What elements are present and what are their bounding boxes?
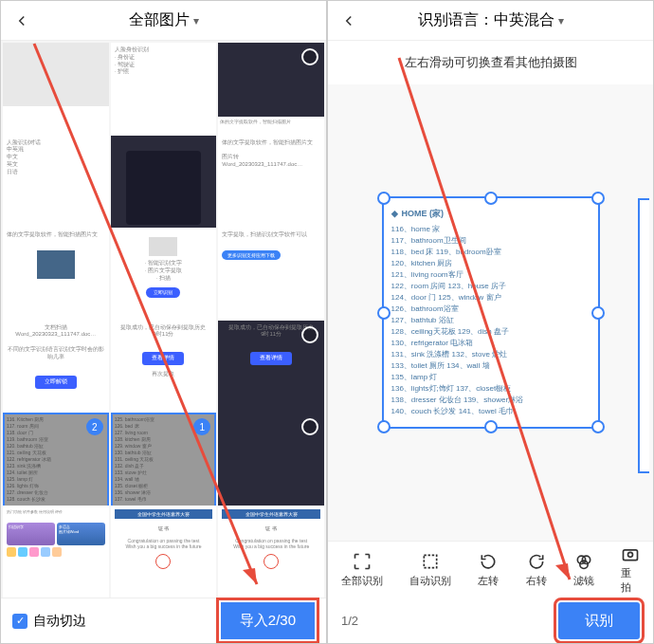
gallery-screen: 全部图片▾ 人脸身份识别· 身份证· 驾驶证· 护照 体的文字提取软件，智能扫描… [0,0,327,644]
svg-rect-2 [425,555,437,567]
thumb[interactable]: 体的文字提取软件，智能扫描图片文 [3,228,109,334]
thumb[interactable] [218,413,324,519]
svg-rect-6 [623,550,637,561]
language-selector[interactable]: 识别语言：中英混合▾ [358,10,623,30]
thumb-selected[interactable]: 1 125. bathroom浴室126. bed 床127. living r… [111,413,217,519]
swipe-hint: 左右滑动可切换查看其他拍摄图 [328,41,653,84]
doc-heading: HOME (家) [391,208,590,221]
thumb[interactable]: 全国中学生外语素养大赛证 书Congratulation on passing … [218,506,324,598]
recognize-screen: 识别语言：中英混合▾ 左右滑动可切换查看其他拍摄图 HOME (家) 116、h… [327,0,654,644]
recognize-header: 识别语言：中英混合▾ [328,1,653,41]
crop-area[interactable]: HOME (家) 116、home 家 117、bathroom卫生间 118、… [328,84,653,541]
thumb[interactable]: 提取成功，已自动保存到提取历史9时11分查看详情再次提取 [111,321,217,427]
crop-handle[interactable] [377,192,391,205]
thumb[interactable]: 热门功能 软件参数 使用说明 评价扫描识字多语言图片转Word [3,506,109,598]
thumb[interactable]: 体的文字提取软件，智能扫描图片文图片转Word_20230323_111747.… [218,136,324,242]
tool-filter[interactable]: 滤镜 [573,552,594,588]
import-button[interactable]: 导入2/30 [221,602,315,639]
thumb[interactable]: 人脸识别对话中英混中文英文日语 [3,136,109,242]
crop-handle[interactable] [591,420,605,433]
crop-handle[interactable] [377,306,391,320]
tool-rotate-right[interactable]: 右转 [526,552,547,588]
document-preview[interactable]: HOME (家) 116、home 家 117、bathroom卫生间 118、… [382,196,600,430]
thumb[interactable]: 文字提取，扫描识别文字软件可以更多识别支持应用下载 [218,228,324,334]
thumb[interactable]: 全国中学生外语素养大赛证 书Congratulation on passing … [111,506,217,598]
back-button[interactable] [12,11,31,30]
gallery-title[interactable]: 全部图片▾ [31,10,296,30]
image-grid: 人脸身份识别· 身份证· 驾驶证· 护照 体的文字提取软件，智能扫描图片 人脸识… [1,41,326,598]
recognize-footer: 1/2 识别 [328,598,653,643]
crop-handle[interactable] [484,192,498,205]
thumb[interactable] [111,136,217,242]
page-indicator: 1/2 [341,614,358,628]
thumb[interactable]: · 智能识别文字· 图片文字提取· 扫描立即识别 [111,228,217,334]
gallery-header: 全部图片▾ [1,1,326,41]
next-doc-peek [638,198,649,473]
tool-rotate-left[interactable]: 左转 [478,552,499,588]
thumb-selected[interactable]: 2 116. Kitchen 厨房117. room 房间118. door 门… [3,413,109,519]
dropdown-icon: ▾ [193,14,199,28]
tool-retake[interactable]: 重拍 [621,544,640,595]
thumb[interactable]: 人脸身份识别· 身份证· 驾驶证· 护照 [111,43,217,149]
recognize-button[interactable]: 识别 [558,602,640,639]
selection-badge: 2 [86,418,103,435]
gallery-footer: ✓ 自动切边 导入2/30 [1,598,326,643]
crop-handle[interactable] [484,420,498,433]
crop-handle[interactable] [591,192,605,205]
svg-point-5 [580,561,588,568]
tool-auto-recognize[interactable]: 自动识别 [409,552,451,588]
thumb[interactable]: 文档扫描Word_20230323_111747.doc…不同的文字识别语言识别… [3,321,109,427]
tool-full-recognize[interactable]: 全部识别 [341,552,383,588]
checkbox-icon: ✓ [12,614,27,629]
svg-point-7 [627,552,632,557]
edit-toolbar: 全部识别 自动识别 左转 右转 滤镜 重拍 [328,541,653,598]
crop-handle[interactable] [591,306,605,320]
dropdown-icon: ▾ [558,14,564,28]
auto-crop-toggle[interactable]: ✓ 自动切边 [12,613,86,630]
crop-handle[interactable] [377,420,391,433]
thumb[interactable]: 体的文字提取软件，智能扫描图片 [218,43,324,149]
thumb[interactable] [3,43,109,149]
back-button[interactable] [339,11,358,30]
thumb[interactable]: 提取成功，已自动保存到提取历史9时11分查看详情 [218,321,324,427]
